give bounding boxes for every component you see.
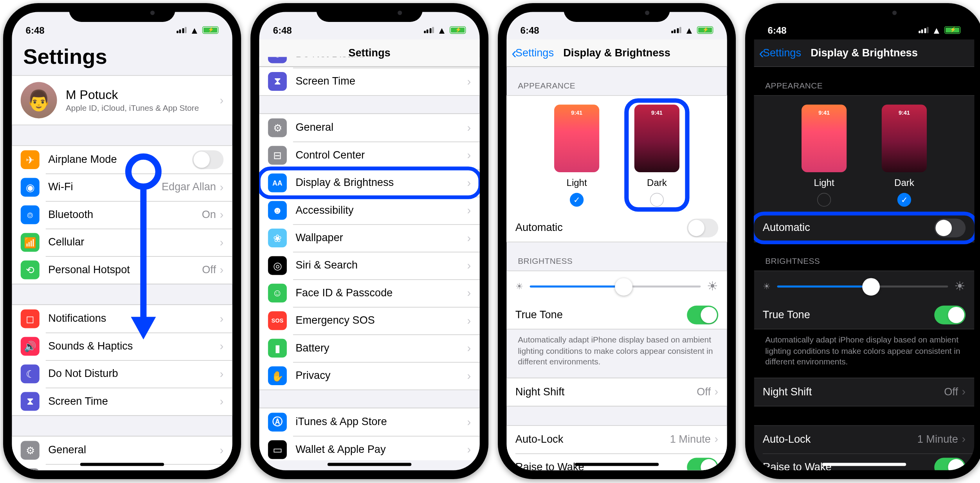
profile-row[interactable]: 👨 M Potuck Apple ID, iCloud, iTunes & Ap… (12, 76, 232, 125)
true-tone-toggle[interactable] (687, 306, 718, 324)
nav-bar: ‹Settings Display & Brightness (754, 40, 974, 67)
status-icons: ▲ (177, 25, 219, 35)
chevron-icon: › (220, 236, 224, 249)
wifi-icon: ▲ (932, 25, 941, 35)
appearance-dark-option[interactable]: 9:41 Dark ✓ (882, 105, 927, 207)
dark-radio[interactable]: ✓ (897, 193, 911, 207)
true-tone-toggle[interactable] (934, 306, 966, 324)
sos-row[interactable]: SOSEmergency SOS› (259, 307, 479, 334)
signal-icon (671, 27, 681, 33)
wifi-icon: ◉ (21, 178, 40, 196)
back-button[interactable]: ‹Settings (512, 45, 554, 60)
home-indicator (575, 463, 659, 466)
hourglass-icon: ⧗ (268, 72, 287, 91)
sun-small-icon: ☀ (763, 281, 771, 291)
chevron-icon: › (220, 208, 224, 222)
brightness-slider-row[interactable]: ☀ ☀ (754, 271, 974, 301)
screentime-row[interactable]: ⧗ Screen Time › (12, 387, 232, 415)
airplane-toggle[interactable] (192, 150, 223, 169)
profile-name: M Potuck (66, 88, 220, 102)
raise-wake-toggle[interactable] (687, 458, 718, 470)
sos-icon: SOS (268, 311, 287, 330)
appearance-header: APPEARANCE (754, 67, 974, 95)
wifi-row[interactable]: ◉ Wi-Fi Edgar Allan › (12, 173, 232, 201)
home-indicator (328, 463, 411, 466)
avatar: 👨 (21, 82, 57, 119)
automatic-row[interactable]: Automatic (754, 214, 974, 242)
raise-wake-row[interactable]: Raise to Wake (506, 453, 727, 470)
status-time: 6:48 (768, 25, 787, 35)
privacy-icon: ✋ (268, 366, 287, 385)
battery-icon (697, 26, 713, 34)
appstore-row[interactable]: ⒶiTunes & App Store› (259, 408, 479, 436)
svg-marker-2 (131, 317, 156, 340)
cellular-row[interactable]: 📶 Cellular › (12, 229, 232, 256)
battery-icon (944, 26, 961, 34)
back-button[interactable]: ‹Settings (759, 45, 801, 60)
raise-wake-toggle[interactable] (934, 458, 966, 470)
hotspot-icon: ⟲ (21, 261, 40, 279)
scroll-down-annotation (124, 153, 162, 341)
control-center-row[interactable]: ⊟Control Center› (259, 142, 479, 169)
moon-icon: ☾ (268, 57, 287, 63)
brightness-slider[interactable] (530, 285, 701, 287)
gear-icon: ⚙ (268, 118, 287, 137)
appearance-light-option[interactable]: 9:41 Light (802, 105, 847, 207)
dnd-row[interactable]: ☾ Do Not Disturb › (12, 360, 232, 387)
signal-icon (177, 27, 187, 33)
airplane-mode-row[interactable]: ✈ Airplane Mode (12, 146, 232, 173)
appearance-dark-option[interactable]: 9:41 Dark (634, 105, 679, 207)
brightness-slider[interactable] (777, 285, 948, 287)
cellular-icon: 📶 (21, 233, 40, 252)
light-radio[interactable]: ✓ (570, 193, 584, 207)
gear-icon: ⚙ (21, 441, 40, 460)
faceid-row[interactable]: ☺Face ID & Passcode› (259, 279, 479, 307)
general-row[interactable]: ⚙ General › (12, 436, 232, 464)
signal-icon (424, 27, 434, 33)
raise-wake-row[interactable]: Raise to Wake (754, 453, 974, 470)
bluetooth-row[interactable]: ⌾ Bluetooth On › (12, 201, 232, 229)
appstore-icon: Ⓐ (268, 413, 287, 431)
auto-lock-row[interactable]: Auto-Lock 1 Minute › (506, 425, 727, 453)
automatic-row[interactable]: Automatic (506, 214, 727, 242)
page-title: Settings (12, 40, 232, 75)
appearance-light-option[interactable]: 9:41 Light ✓ (554, 105, 599, 207)
highlight-annotation (259, 167, 479, 199)
general-row[interactable]: ⚙General› (259, 114, 479, 141)
chevron-icon: › (220, 312, 224, 326)
wallet-row[interactable]: ▭Wallet & Apple Pay› (259, 436, 479, 460)
screentime-row[interactable]: ⧗ Screen Time › (259, 68, 479, 95)
battery-row[interactable]: ▮Battery› (259, 334, 479, 362)
nav-title: Display & Brightness (811, 47, 918, 59)
accessibility-row[interactable]: ☻Accessibility› (259, 196, 479, 224)
sun-small-icon: ☀ (515, 281, 524, 291)
true-tone-row[interactable]: True Tone (506, 301, 727, 329)
sounds-row[interactable]: 🔊 Sounds & Haptics › (12, 333, 232, 360)
wallpaper-icon: ❀ (268, 229, 287, 247)
brightness-slider-row[interactable]: ☀ ☀ (506, 271, 727, 301)
night-shift-row[interactable]: Night Shift Off › (506, 378, 727, 406)
siri-row[interactable]: ◎Siri & Search› (259, 252, 479, 279)
dnd-row[interactable]: ☾ Do Not Disturb › (259, 57, 479, 68)
wifi-icon: ▲ (190, 25, 199, 35)
highlight-annotation (624, 98, 689, 212)
privacy-row[interactable]: ✋Privacy› (259, 362, 479, 389)
signal-icon (919, 27, 929, 33)
status-time: 6:48 (521, 25, 539, 35)
notifications-row[interactable]: ◻ Notifications › (12, 305, 232, 332)
hotspot-row[interactable]: ⟲ Personal Hotspot Off › (12, 256, 232, 283)
true-tone-footer: Automatically adapt iPhone display based… (506, 330, 727, 371)
true-tone-row[interactable]: True Tone (754, 301, 974, 329)
home-indicator (822, 463, 906, 466)
profile-sub: Apple ID, iCloud, iTunes & App Store (66, 103, 220, 113)
chevron-icon: › (220, 367, 224, 380)
accessibility-icon: ☻ (268, 201, 287, 220)
auto-lock-row[interactable]: Auto-Lock 1 Minute › (754, 425, 974, 453)
night-shift-row[interactable]: Night Shift Off › (754, 378, 974, 406)
appearance-header: APPEARANCE (506, 67, 727, 95)
chevron-icon: › (220, 395, 224, 408)
automatic-toggle[interactable] (687, 218, 718, 237)
light-radio[interactable] (817, 193, 831, 207)
wallpaper-row[interactable]: ❀Wallpaper› (259, 224, 479, 252)
display-brightness-row[interactable]: AADisplay & Brightness› (259, 169, 479, 196)
